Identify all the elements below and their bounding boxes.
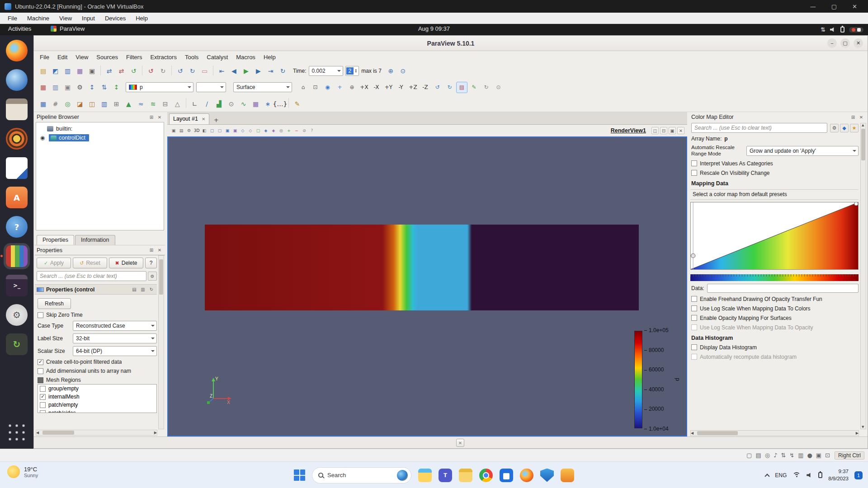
camera-redo-icon[interactable]: ↻ [187, 66, 198, 77]
paste-properties-icon[interactable]: ▥ [139, 286, 146, 293]
paraview-menu-item[interactable]: Tools [181, 51, 203, 63]
vbox-menu-item[interactable]: Devices [100, 13, 131, 24]
paraview-menu-item[interactable]: Sources [92, 51, 122, 63]
tab-information[interactable]: Information [75, 235, 115, 245]
paraview-menu-item[interactable]: View [71, 51, 92, 63]
time-value-combo[interactable]: 0.002 [309, 66, 343, 76]
preset-selector[interactable]: Select a color map from default presets [690, 189, 859, 200]
first-frame-icon[interactable]: ⇤ [216, 66, 227, 77]
pick-center-icon[interactable]: ⊕ [346, 82, 358, 93]
vary-color-icon[interactable]: ▥ [50, 82, 61, 93]
warp-vector-icon[interactable]: ≋ [147, 98, 159, 109]
pipeline-browser[interactable]: builtin: ◉ controlDict [36, 122, 164, 230]
component-combo[interactable] [196, 82, 226, 92]
mesh-regions-checkbox[interactable] [38, 377, 43, 383]
view-plus-z-icon[interactable]: +Z [407, 82, 419, 93]
mesh-region-row[interactable]: internalMesh [38, 393, 156, 401]
settings-icon[interactable]: ⚙ [6, 304, 28, 326]
loop-icon[interactable]: ↻ [277, 66, 288, 77]
mesh-region-checkbox[interactable] [40, 402, 46, 408]
calculator-icon[interactable]: # [50, 98, 61, 109]
update-scalar-bars-icon[interactable]: ↻ [481, 82, 492, 93]
color-palette-icon[interactable]: ▦ [38, 82, 49, 93]
rescale-visible-range-icon[interactable]: ↕ [111, 82, 122, 93]
save-screenshot-icon[interactable]: ▣ [86, 66, 98, 77]
rescale-mode-combo[interactable]: Grow and update on 'Apply' [746, 146, 859, 156]
minimize-button[interactable]: — [810, 3, 816, 10]
thunderbird-icon[interactable] [6, 69, 28, 91]
firefox-taskbar-icon[interactable] [520, 469, 533, 482]
slice-icon[interactable]: ◫ [86, 98, 98, 109]
log-scale-opacity-checkbox[interactable] [691, 324, 697, 330]
scalar-bar-visibility-icon[interactable]: ⊙ [493, 82, 504, 93]
split-horizontal-icon[interactable]: ◫ [651, 127, 659, 134]
play-icon[interactable]: ▶ [241, 66, 252, 77]
close-panel-icon[interactable]: ✕ [156, 113, 163, 121]
pv-close-button[interactable]: ✕ [854, 38, 863, 48]
show-apps-icon[interactable] [7, 422, 27, 442]
rescale-data-range-icon[interactable]: ↕ [86, 82, 98, 93]
paraview-menu-item[interactable]: Help [259, 51, 280, 63]
paraview-icon[interactable] [6, 245, 28, 267]
next-frame-icon[interactable]: ▶ [253, 66, 264, 77]
vm-recording-icon[interactable]: ● [807, 452, 812, 459]
extract-selection-icon[interactable]: ▦ [250, 98, 261, 109]
probe-location-icon[interactable]: ⊙ [226, 98, 237, 109]
network-arrows-icon[interactable]: ⇅ [821, 26, 826, 33]
undock-panel-icon[interactable]: ⊞ [849, 113, 857, 121]
vm-audio-icon[interactable]: ♪ [774, 452, 777, 459]
paraview-menu-item[interactable]: Edit [53, 51, 71, 63]
reset-session-icon[interactable]: ↺ [128, 66, 139, 77]
select-cells-on-icon[interactable]: ▢ [208, 127, 216, 134]
interpret-categories-checkbox[interactable] [691, 160, 697, 166]
histogram-icon[interactable]: ▟ [213, 98, 225, 109]
transfer-function-editor[interactable] [690, 202, 859, 270]
scroll-left-icon[interactable]: ◀ [36, 431, 39, 435]
defender-icon[interactable] [540, 469, 554, 482]
rescale-custom-range-icon[interactable]: ⇅ [99, 82, 110, 93]
bookmark-icon[interactable]: ◆ [840, 124, 849, 132]
select-block-icon[interactable]: ▢ [255, 127, 262, 134]
notification-badge[interactable]: 1 [854, 471, 863, 479]
grow-selection-icon[interactable]: + [285, 127, 292, 134]
scroll-right-icon[interactable]: ▶ [154, 431, 157, 435]
spin-arrows-icon[interactable]: ▲▼ [354, 69, 358, 73]
start-button[interactable] [294, 469, 305, 481]
cme-horizontal-scrollbar[interactable]: ◀▶ [690, 430, 859, 436]
scroll-down-icon[interactable]: ▼ [862, 425, 864, 429]
maximize-view-icon[interactable]: ▣ [669, 127, 676, 134]
layout-tab[interactable]: Layout #1 ✕ [169, 113, 209, 124]
mouse-capture-icon[interactable]: ⊡ [825, 452, 830, 459]
select-points-through-icon[interactable]: ▣ [231, 127, 239, 134]
extract-level-icon[interactable]: △ [172, 98, 183, 109]
plot-over-line-icon[interactable]: ∕ [201, 98, 212, 109]
paraview-menu-item[interactable]: Filters [122, 51, 146, 63]
renderview-title[interactable]: RenderView1 [611, 127, 646, 134]
rotate-cw-icon[interactable]: ↻ [444, 82, 455, 93]
color-legend-bar[interactable] [634, 331, 642, 428]
show-orientation-axes-icon[interactable]: ◉ [322, 82, 333, 93]
topbar-clock[interactable]: Aug 9 09:37 [418, 25, 450, 32]
properties-vertical-scrollbar[interactable] [158, 255, 164, 429]
log-scale-colors-checkbox[interactable] [691, 305, 697, 311]
files-icon[interactable] [6, 99, 28, 120]
mesh-region-row[interactable]: patch/sides [38, 409, 156, 413]
paraview-menu-item[interactable]: Extractors [146, 51, 181, 63]
toggle-color-legend-icon[interactable]: ▤ [456, 82, 467, 93]
selected-pipeline-item[interactable]: controlDict [49, 134, 89, 141]
vbox-menu-item[interactable]: Input [77, 13, 100, 24]
taskbar-weather-widget[interactable]: 19°C Sunny [7, 465, 38, 478]
app-menu[interactable]: ParaView [51, 25, 85, 32]
view-minus-x-icon[interactable]: -X [371, 82, 382, 93]
file-explorer-icon[interactable] [418, 469, 432, 482]
vm-network-icon[interactable]: ⇅ [781, 452, 786, 459]
properties-search-input[interactable] [37, 271, 146, 281]
skip-zero-time-checkbox[interactable] [38, 312, 43, 318]
interactive-view-link-icon[interactable]: ∗ [262, 98, 274, 109]
python-shell-icon[interactable]: {…} [274, 98, 286, 109]
vm-usb-icon[interactable]: ↯ [789, 452, 794, 459]
pipeline-item-controldict[interactable]: ◉ controlDict [36, 133, 164, 142]
chrome-icon[interactable] [479, 469, 493, 482]
hover-cells-icon[interactable]: ◎ [278, 127, 285, 134]
properties-section-header[interactable]: Properties (control ▤▥↻ [35, 284, 157, 295]
